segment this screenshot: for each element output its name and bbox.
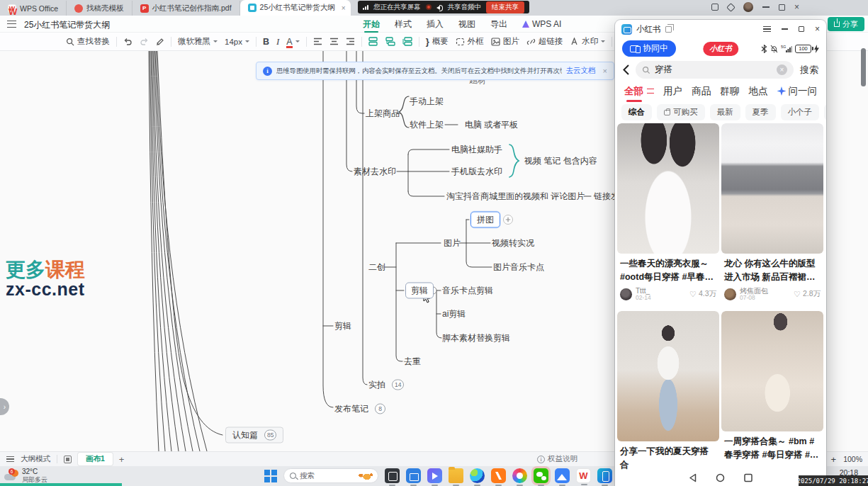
font-color-button[interactable]: A bbox=[283, 37, 303, 47]
summary-button[interactable]: }概要 bbox=[422, 36, 452, 47]
mindmap-node[interactable]: 图片音乐卡点 bbox=[493, 261, 544, 273]
mindmap-node[interactable]: 手动上架 bbox=[410, 96, 444, 108]
taskbar-icon-orange-app[interactable] bbox=[491, 468, 506, 483]
zoom-in-button[interactable]: + bbox=[831, 454, 837, 465]
mindmap-node[interactable]: 淘宝抖音商城里面的视频和 评论图片 bbox=[446, 191, 585, 203]
window-menu-icon[interactable] bbox=[763, 26, 771, 32]
filter-chip[interactable]: 韩里韩气 bbox=[824, 104, 826, 120]
browser-tab[interactable]: 找稿壳模板 bbox=[67, 1, 133, 16]
menu-item[interactable]: 导出 bbox=[490, 16, 507, 33]
stop-share-button[interactable]: 结束共享 bbox=[486, 1, 524, 13]
go-cloud-docs-link[interactable]: 去云文档 bbox=[566, 66, 596, 76]
canvas-tab[interactable]: 画布1 bbox=[78, 453, 113, 465]
mindmap-node[interactable]: 手机版去水印 bbox=[451, 166, 502, 178]
mindmap-node[interactable]: 拼图 bbox=[470, 212, 500, 228]
menu-item[interactable]: 开始 bbox=[363, 16, 380, 33]
minimize-icon[interactable] bbox=[762, 6, 770, 8]
mindmap-node[interactable]: 视频 笔记 包含内容 bbox=[524, 155, 597, 167]
feed-card[interactable]: 龙心 你有这么牛的版型进入市场 新品百褶裙真的…烤焦面包07-08♡2.8万 bbox=[721, 123, 823, 306]
zoom-level[interactable]: 100% bbox=[843, 455, 862, 463]
search-input[interactable]: 穿搭 × bbox=[636, 61, 794, 79]
search-button[interactable]: 搜索 bbox=[800, 64, 818, 77]
mindmap-node[interactable]: 认知篇85 bbox=[225, 427, 283, 443]
outline-mode-button[interactable]: 大纲模式 bbox=[21, 454, 50, 464]
back-icon[interactable] bbox=[623, 64, 629, 75]
format-painter-button[interactable] bbox=[152, 38, 168, 46]
font-family-select[interactable]: 微软雅黑 bbox=[174, 36, 221, 47]
insert-subtopic-button[interactable] bbox=[382, 37, 399, 46]
mindmap-node[interactable]: 素材去水印 bbox=[354, 166, 396, 178]
mindmap-node[interactable]: 音乐卡点剪辑 bbox=[442, 285, 493, 297]
taskbar-icon-color-wheel[interactable] bbox=[512, 468, 527, 483]
frame-button[interactable]: 外框 bbox=[452, 36, 487, 47]
filter-chip[interactable]: 综合 bbox=[621, 104, 652, 120]
window-close-icon[interactable]: × bbox=[815, 26, 820, 33]
window-minimize-icon[interactable] bbox=[782, 28, 788, 29]
weather-widget[interactable]: 6 32°C局部多云 bbox=[4, 468, 47, 483]
tab-close-icon[interactable]: × bbox=[342, 4, 346, 12]
result-tab[interactable]: 商品 bbox=[692, 85, 711, 98]
font-size-select[interactable]: 14px bbox=[221, 38, 253, 46]
taskbar-icon-store[interactable] bbox=[406, 468, 421, 483]
mindmap-node[interactable]: 剪辑 bbox=[405, 283, 434, 299]
menu-item[interactable]: 视图 bbox=[458, 16, 475, 33]
feed-card[interactable]: 一周穿搭合集～ #bm #春季穿搭 #每日穿搭 #日… bbox=[721, 311, 823, 463]
filter-chip[interactable]: 夏季 bbox=[745, 104, 776, 120]
like-count[interactable]: ♡2.8万 bbox=[794, 289, 821, 299]
hyperlink-button[interactable]: 超链接 bbox=[523, 36, 567, 47]
insert-topic-button[interactable] bbox=[365, 37, 382, 46]
mindmap-node[interactable]: 电脑 或者平板 bbox=[465, 119, 518, 131]
collab-mode-button[interactable]: 协同中 bbox=[622, 40, 676, 57]
find-replace-button[interactable]: 查找替换 bbox=[62, 36, 113, 47]
mindmap-node[interactable]: ai剪辑 bbox=[442, 308, 466, 320]
share-button[interactable]: 分享 bbox=[828, 17, 864, 31]
result-tab[interactable]: 群聊 bbox=[720, 85, 739, 98]
align-left-button[interactable] bbox=[310, 38, 326, 45]
like-count[interactable]: ♡4.3万 bbox=[689, 289, 716, 299]
taskbar-icon-task-view[interactable] bbox=[385, 468, 400, 483]
result-tab[interactable]: 问一问 bbox=[777, 85, 817, 98]
taskbar-icon-folder[interactable] bbox=[449, 468, 463, 483]
mindmap-node[interactable]: 视频转实况 bbox=[492, 237, 534, 249]
mindmap-node[interactable]: 二创 bbox=[368, 261, 385, 273]
clear-search-icon[interactable]: × bbox=[777, 64, 787, 75]
nav-back-icon[interactable] bbox=[689, 473, 697, 482]
panel-icon[interactable] bbox=[711, 4, 718, 11]
image-button[interactable]: 图片 bbox=[487, 36, 523, 47]
start-button[interactable] bbox=[264, 469, 277, 482]
insert-sibling-button[interactable] bbox=[399, 37, 416, 46]
filter-chip[interactable]: 最新 bbox=[710, 104, 740, 120]
taskbar-search[interactable]: 搜索 bbox=[283, 468, 378, 483]
result-tab[interactable]: 用户 bbox=[663, 85, 682, 98]
avatar[interactable] bbox=[743, 2, 753, 12]
feed-card[interactable]: 分享一下我的夏天穿搭合 bbox=[617, 311, 719, 473]
mindmap-node[interactable]: 去重 bbox=[404, 356, 421, 368]
browser-tab[interactable]: 小红书笔记创作指南.pdf bbox=[133, 1, 240, 16]
phone-window-titlebar[interactable]: 小红书 × bbox=[615, 20, 826, 38]
menu-item[interactable]: 样式 bbox=[395, 16, 412, 33]
mindmap-node[interactable]: 脚本素材替换剪辑 bbox=[442, 332, 510, 344]
taskbar-icon-media-player[interactable] bbox=[427, 468, 442, 483]
taskbar-icon-phone-link[interactable] bbox=[597, 468, 612, 483]
taskbar-icon-edge[interactable] bbox=[470, 468, 485, 483]
menu-item[interactable]: WPS AI bbox=[522, 16, 561, 33]
filter-chip[interactable]: 小个子 bbox=[781, 104, 820, 120]
italic-button[interactable]: I bbox=[273, 36, 283, 47]
apps-icon[interactable] bbox=[726, 3, 735, 12]
taskbar-icon-mountain-app[interactable] bbox=[555, 468, 570, 483]
hamburger-icon[interactable] bbox=[7, 21, 16, 28]
feed-card[interactable]: 一些春天的漂亮衣服～ #ootd每日穿搭 #早春…Tttt_02-14♡4.3万 bbox=[617, 123, 719, 306]
result-tab[interactable]: 全部 bbox=[624, 85, 654, 98]
mindmap-node[interactable]: 发布笔记8 bbox=[334, 403, 385, 415]
align-center-button[interactable] bbox=[326, 38, 342, 45]
filter-chip[interactable]: 可购买 bbox=[657, 104, 705, 120]
redo-button[interactable] bbox=[136, 38, 152, 46]
nav-recents-icon[interactable] bbox=[744, 473, 753, 482]
watermark-button[interactable]: 水印 bbox=[566, 36, 609, 47]
mindmap-node[interactable]: 上架商品 bbox=[366, 108, 400, 120]
undo-button[interactable] bbox=[120, 38, 136, 46]
rights-info[interactable]: i权益说明 bbox=[537, 454, 577, 464]
mindmap-node[interactable]: 软件上架 bbox=[410, 119, 444, 131]
taskbar-icon-wechat[interactable] bbox=[534, 468, 548, 483]
align-right-button[interactable] bbox=[342, 38, 359, 45]
